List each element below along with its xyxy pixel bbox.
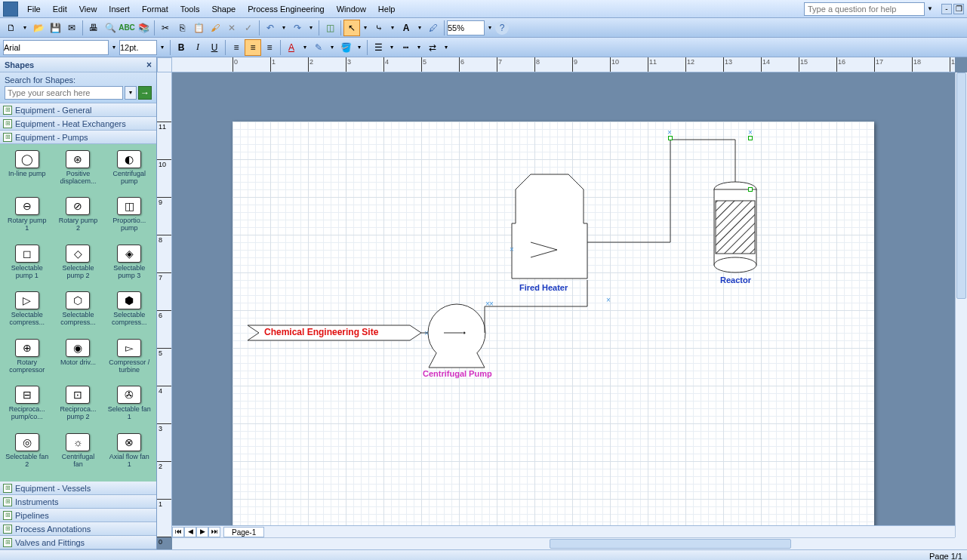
font-size-select[interactable] [119, 40, 157, 55]
shape-stencil-item[interactable]: ◯In-line pump [2, 149, 53, 194]
line-weight-button[interactable]: ☰ [370, 39, 386, 56]
shape-stencil-item[interactable]: ▷Selectable compress... [2, 290, 53, 335]
menu-process-engineering[interactable]: Process Engineering [242, 2, 331, 16]
cut-button[interactable]: ✂ [157, 20, 174, 36]
line-weight-dropdown[interactable]: ▾ [386, 44, 397, 51]
shape-stencil-item[interactable]: ⊡Reciproca... pump 2 [53, 384, 104, 429]
pointer-dropdown[interactable]: ▾ [360, 24, 371, 31]
shape-stencil-item[interactable]: ◇Selectable pump 2 [53, 243, 104, 288]
open-button[interactable]: 📂 [30, 20, 47, 36]
reactor-shape[interactable] [714, 182, 756, 272]
page-tab-1[interactable]: Page-1 [223, 527, 264, 537]
shape-stencil-item[interactable]: ◻Selectable pump 1 [2, 243, 53, 288]
tab-first-button[interactable]: ⏮ [172, 527, 184, 537]
pipe-heater-reactor[interactable] [587, 140, 735, 242]
line-ends-button[interactable]: ⇄ [424, 39, 441, 56]
stencil-bar[interactable]: ⊞Equipment - Vessels [0, 482, 156, 495]
zoom-input[interactable] [447, 20, 485, 35]
shapes-search-dropdown[interactable]: ▾ [125, 86, 137, 100]
shape-stencil-item[interactable]: ⊛Positive displacem... [53, 149, 104, 194]
italic-button[interactable]: I [189, 39, 206, 56]
shape-stencil-item[interactable]: ⬡Selectable compress... [53, 290, 104, 335]
shape-stencil-item[interactable]: ⊗Axial flow fan 1 [103, 432, 155, 477]
canvas-viewport[interactable]: × × × × [172, 72, 955, 525]
stencil-bar[interactable]: ⊞Instruments [0, 495, 156, 509]
delete-button[interactable]: ✕ [223, 20, 240, 36]
shape-stencil-item[interactable]: ▻Compressor / turbine [103, 337, 155, 383]
tab-next-button[interactable]: ▶ [196, 527, 208, 537]
menu-window[interactable]: Window [331, 2, 372, 16]
shape-stencil-item[interactable]: ◐Centrifugal pump [103, 149, 155, 194]
centrifugal-pump-shape[interactable] [428, 304, 485, 368]
restore-button[interactable]: ❐ [953, 4, 964, 14]
underline-button[interactable]: U [206, 39, 223, 56]
undo-dropdown[interactable]: ▾ [279, 24, 289, 31]
shapes-search-input[interactable] [5, 86, 123, 100]
shape-stencil-item[interactable]: ⊕Rotary compressor [2, 337, 53, 383]
pointer-tool-button[interactable]: ↖ [343, 20, 360, 36]
fill-color-button[interactable]: 🪣 [337, 39, 354, 56]
shape-stencil-item[interactable]: ⊖Rotary pump 1 [2, 195, 53, 241]
menu-edit[interactable]: Edit [47, 2, 73, 16]
align-center-button[interactable]: ≡ [245, 39, 261, 56]
new-dropdown[interactable]: ▾ [20, 24, 30, 31]
line-pattern-dropdown[interactable]: ▾ [414, 44, 424, 51]
menu-help[interactable]: Help [372, 2, 402, 16]
tab-last-button[interactable]: ⏭ [208, 527, 220, 537]
stencil-bar[interactable]: ⊞Equipment - Pumps [0, 131, 156, 144]
menu-file[interactable]: File [21, 2, 47, 16]
vertical-scrollbar-thumb[interactable] [956, 72, 966, 299]
shape-stencil-item[interactable]: ☼Centrifugal fan [53, 432, 104, 477]
fill-color-dropdown[interactable]: ▾ [354, 44, 365, 51]
print-button[interactable]: 🖶 [85, 20, 102, 36]
email-button[interactable]: ✉ [63, 20, 80, 36]
shape-stencil-item[interactable]: ◈Selectable pump 3 [103, 243, 155, 288]
text-tool-button[interactable]: A [398, 20, 414, 36]
line-pattern-button[interactable]: ┅ [397, 39, 414, 56]
shape-stencil-item[interactable]: ✇Selectable fan 1 [103, 384, 155, 429]
shapes-panel-close-button[interactable]: × [146, 60, 152, 70]
horizontal-scrollbar-thumb[interactable] [550, 539, 791, 549]
shape-stencil-item[interactable]: ⊘Rotary pump 2 [53, 195, 104, 241]
drawing-page[interactable]: × × × × [233, 122, 874, 525]
print-preview-button[interactable]: 🔍 [102, 20, 119, 36]
shapes-window-button[interactable]: ◫ [322, 20, 338, 36]
menu-view[interactable]: View [73, 2, 103, 16]
font-select[interactable] [3, 40, 109, 55]
stencil-bar[interactable]: ⊞Equipment - General [0, 103, 156, 117]
font-dropdown[interactable]: ▾ [109, 44, 119, 51]
undo-button[interactable]: ↶ [262, 20, 279, 36]
check-button[interactable]: ✓ [240, 20, 257, 36]
shape-stencil-item[interactable]: ⬢Selectable compress... [103, 290, 155, 335]
zoom-dropdown[interactable]: ▾ [485, 24, 495, 31]
stencil-bar[interactable]: ⊞Pipelines [0, 509, 156, 522]
shape-stencil-item[interactable]: ◎Selectable fan 2 [2, 432, 53, 477]
horizontal-scrollbar[interactable] [172, 537, 955, 549]
research-button[interactable]: 📚 [135, 20, 152, 36]
ink-tool-button[interactable]: 🖊 [425, 20, 442, 36]
align-left-button[interactable]: ≡ [228, 39, 245, 56]
redo-button[interactable]: ↷ [289, 20, 306, 36]
menu-format[interactable]: Format [136, 2, 174, 16]
help-button[interactable]: ? [495, 21, 509, 35]
line-ends-dropdown[interactable]: ▾ [441, 44, 451, 51]
shape-stencil-item[interactable]: ◫Proportio... pump [103, 195, 155, 241]
align-right-button[interactable]: ≡ [261, 39, 278, 56]
menu-insert[interactable]: Insert [103, 2, 136, 16]
shapes-search-go-button[interactable]: → [138, 86, 152, 100]
save-button[interactable]: 💾 [47, 20, 63, 36]
font-color-button[interactable]: A [283, 39, 300, 56]
redo-dropdown[interactable]: ▾ [306, 24, 316, 31]
font-size-dropdown[interactable]: ▾ [157, 44, 168, 51]
stencil-bar[interactable]: ⊞Valves and Fittings [0, 536, 156, 549]
stencil-bar[interactable]: ⊞Equipment - Heat Exchangers [0, 117, 156, 131]
new-button[interactable]: 🗋 [3, 20, 20, 36]
stencil-bar[interactable]: ⊞Process Annotations [0, 522, 156, 536]
fired-heater-shape[interactable] [512, 174, 587, 278]
vertical-scrollbar[interactable] [955, 72, 967, 537]
copy-button[interactable]: ⎘ [174, 20, 190, 36]
menu-tools[interactable]: Tools [174, 2, 206, 16]
help-dropdown[interactable]: ▼ [925, 5, 935, 12]
help-search-input[interactable] [804, 2, 925, 16]
format-painter-button[interactable]: 🖌 [207, 20, 223, 36]
